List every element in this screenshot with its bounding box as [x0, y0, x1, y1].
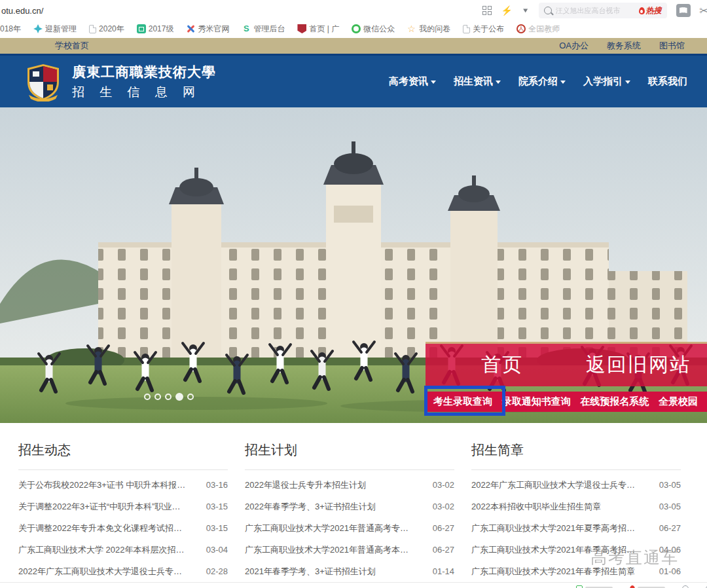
- flame-icon: [639, 7, 645, 14]
- browser-top-bar: otu.edu.cn/ ⚡ ▼ 汪义旭出应高台视市 热搜 ✂: [0, 0, 707, 21]
- quick-links-bar: 考生录取查询 录取通知书查询 在线预报名系统 全景校园: [426, 392, 707, 412]
- carousel-dot[interactable]: [154, 394, 161, 400]
- news-column-plans: 招生计划 2022年退役士兵专升本招生计划03-02 2022年春季学考、3+证…: [245, 441, 454, 581]
- news-item[interactable]: 关于公布我校2022年3+证书 中职升本科报名...03-16: [18, 474, 228, 496]
- chevron-down-icon: [496, 81, 501, 84]
- chevron-down-icon[interactable]: ▼: [522, 7, 530, 14]
- nav-enrollment-guide[interactable]: 入学指引: [583, 75, 630, 88]
- bookmarks-bar: 018年 迎新管理 2020年 2017级 秀米官网 S管理后台 首页 | 广 …: [0, 21, 707, 38]
- news-item[interactable]: 广东工商职业技术大学2021年春季招生简章01-06: [471, 560, 681, 582]
- news-item[interactable]: 2022年广东工商职业技术大学退役士兵专升本...03-05: [471, 474, 681, 496]
- bookmark-item[interactable]: 秀米官网: [186, 24, 229, 35]
- bookmark-item[interactable]: 2020年: [89, 24, 124, 35]
- divider: [18, 469, 228, 470]
- search-placeholder: 汪义旭出应高台视市: [556, 6, 635, 16]
- screenshot-scissors-icon[interactable]: ✂: [700, 5, 707, 17]
- bookmark-item[interactable]: S管理后台: [242, 24, 285, 35]
- news-item[interactable]: 广东工商职业技术大学 2022年本科层次招收...03-04: [18, 539, 228, 560]
- page-icon: [463, 25, 470, 33]
- bookmark-item[interactable]: 微信公众: [352, 24, 395, 35]
- admission-letter-query-link[interactable]: 录取通知书查询: [502, 395, 571, 408]
- nav-admission-info[interactable]: 招生资讯: [454, 75, 501, 88]
- hot-search-button[interactable]: 热搜: [639, 5, 662, 16]
- nav-departments[interactable]: 院系介绍: [518, 75, 566, 88]
- column-title: 招生动态: [18, 441, 228, 459]
- news-item[interactable]: 2021年春季学考、3+证书招生计划01-14: [245, 560, 454, 582]
- carousel-dot-active[interactable]: [175, 393, 183, 401]
- xiumi-icon: [186, 24, 195, 33]
- column-title: 招生计划: [245, 441, 454, 459]
- circle-icon: [682, 585, 689, 588]
- search-icon: [544, 7, 552, 14]
- flower-icon: [33, 24, 43, 33]
- column-title: 招生简章: [471, 441, 681, 459]
- carousel-dot[interactable]: [187, 394, 194, 400]
- bookmark-item[interactable]: 018年: [0, 24, 21, 35]
- divider: [245, 469, 454, 470]
- home-link[interactable]: 首页: [481, 352, 523, 378]
- news-item[interactable]: 关于调整2022年3+证书“中职升本科”职业技...03-15: [18, 496, 228, 517]
- carousel-dot[interactable]: [165, 394, 172, 400]
- admission-result-query-link[interactable]: 考生录取查询: [433, 395, 492, 408]
- s-logo-icon: S: [242, 24, 251, 33]
- library-link[interactable]: 图书馆: [659, 40, 685, 52]
- news-column-guides: 招生简章 2022年广东工商职业技术大学退役士兵专升本...03-05 2022…: [471, 441, 681, 581]
- news-item[interactable]: 广东工商职业技术大学2021年春季高考招生...04-06: [471, 539, 681, 560]
- bottom-bar-item[interactable]: [576, 585, 613, 588]
- hero-red-panel: 首页 返回旧网站: [426, 344, 707, 386]
- carousel-dots: [144, 394, 194, 401]
- school-home-link[interactable]: 学校首页: [55, 40, 89, 52]
- old-site-link[interactable]: 返回旧网站: [586, 352, 691, 378]
- browser-bottom-bar: [0, 582, 707, 588]
- divider: [471, 469, 681, 470]
- browser-search-box[interactable]: 汪义旭出应高台视市 热搜: [539, 3, 667, 18]
- bottom-bar-item[interactable]: [682, 585, 689, 588]
- news-item[interactable]: 广东工商职业技术大学2021年普通高考专科招...06-27: [245, 517, 454, 539]
- site-header: 廣東工商職業技術大學 招 生 信 息 网 高考资讯 招生资讯 院系介绍 入学指引…: [0, 56, 707, 107]
- main-nav: 高考资讯 招生资讯 院系介绍 入学指引 联系我们: [389, 75, 707, 88]
- nav-gaokao-info[interactable]: 高考资讯: [389, 75, 436, 88]
- news-section: 招生动态 关于公布我校2022年3+证书 中职升本科报名...03-16 关于调…: [0, 423, 707, 581]
- chevron-down-icon: [625, 81, 630, 84]
- university-crest-logo[interactable]: [24, 62, 63, 101]
- chevron-down-icon: [431, 81, 436, 84]
- news-item[interactable]: 2022年广东工商职业技术大学退役士兵专升...02-28: [18, 560, 228, 582]
- news-item[interactable]: 2022年退役士兵专升本招生计划03-02: [245, 474, 454, 496]
- calendar-icon: [137, 24, 146, 33]
- bookmark-item[interactable]: 首页 | 广: [297, 24, 339, 35]
- news-item[interactable]: 广东工商职业技术大学2021年夏季高考招生简...06-27: [471, 517, 681, 539]
- bookmark-item[interactable]: 迎新管理: [33, 24, 77, 35]
- university-name: 廣東工商職業技術大學: [72, 63, 216, 81]
- apps-grid-icon[interactable]: [482, 6, 492, 15]
- bookmark-item[interactable]: 人全国教师: [517, 24, 560, 35]
- bookmark-item[interactable]: 关于公布: [463, 24, 504, 35]
- address-bar[interactable]: otu.edu.cn/: [0, 6, 43, 16]
- green-square-icon: [576, 585, 583, 588]
- news-item[interactable]: 广东工商职业技术大学2021年普通高考本科招...06-27: [245, 539, 454, 560]
- bookmark-item[interactable]: ☆我的问卷: [407, 24, 450, 35]
- bookmark-item[interactable]: 2017级: [137, 24, 174, 35]
- reading-mode-icon[interactable]: [676, 4, 691, 17]
- hero-carousel: 首页 返回旧网站 考生录取查询 录取通知书查询 在线预报名系统 全景校园: [0, 107, 707, 423]
- speed-bolt-icon[interactable]: ⚡: [501, 5, 512, 16]
- academic-system-link[interactable]: 教务系统: [607, 40, 641, 52]
- page-icon: [89, 25, 96, 33]
- bottom-bar-item[interactable]: [630, 585, 665, 588]
- red-marker-icon: [630, 585, 635, 588]
- utility-bar: 学校首页 OA办公 教务系统 图书馆: [0, 38, 707, 54]
- carousel-dot[interactable]: [144, 394, 151, 400]
- news-item[interactable]: 关于调整2022年专升本免文化课程考试招收 ...03-15: [18, 517, 228, 539]
- panorama-campus-link[interactable]: 全景校园: [659, 395, 698, 408]
- nav-contact-us[interactable]: 联系我们: [648, 75, 687, 88]
- oa-office-link[interactable]: OA办公: [559, 40, 589, 52]
- page: otu.edu.cn/ ⚡ ▼ 汪义旭出应高台视市 热搜 ✂ 018年 迎新管理…: [0, 0, 707, 588]
- teacher-net-icon: 人: [517, 24, 526, 33]
- news-item[interactable]: 2022年春季学考、3+证书招生计划03-02: [245, 496, 454, 517]
- crest-icon: [297, 24, 306, 33]
- online-preregistration-link[interactable]: 在线预报名系统: [580, 395, 649, 408]
- news-item[interactable]: 2022本科招收中职毕业生招生简章03-05: [471, 496, 681, 517]
- news-column-dynamics: 招生动态 关于公布我校2022年3+证书 中职升本科报名...03-16 关于调…: [18, 441, 228, 581]
- star-icon: ☆: [407, 24, 416, 33]
- site-title: 招 生 信 息 网: [72, 84, 216, 101]
- wechat-icon: [352, 24, 361, 33]
